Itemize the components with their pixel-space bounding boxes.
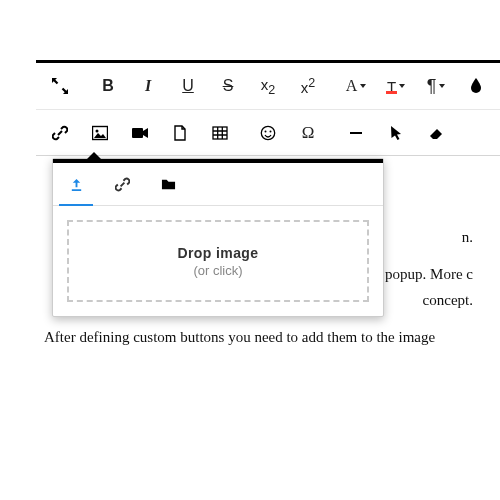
bold-icon: B (102, 77, 114, 95)
font-family-button[interactable]: A (336, 63, 376, 109)
subscript-button[interactable]: x2 (248, 63, 288, 109)
link-icon (115, 177, 130, 192)
font-size-button[interactable]: T (376, 63, 416, 109)
file-icon (172, 125, 188, 141)
svg-point-1 (96, 129, 99, 132)
cursor-icon (388, 125, 404, 141)
underline-button[interactable]: U (168, 63, 208, 109)
chevron-down-icon (360, 84, 366, 88)
strike-icon: S (223, 77, 234, 95)
subscript-icon: x2 (261, 76, 275, 97)
editor-toolbar: B I U S x2 x2 A T ¶ (36, 60, 500, 156)
strike-button[interactable]: S (208, 63, 248, 109)
popup-tabs (53, 163, 383, 206)
select-button[interactable] (376, 110, 416, 156)
color-button[interactable] (456, 63, 496, 109)
tab-upload[interactable] (53, 163, 99, 205)
dropzone-sublabel: (or click) (193, 263, 242, 278)
folder-icon (161, 177, 176, 192)
video-button[interactable] (120, 110, 160, 156)
tint-icon (468, 78, 484, 94)
tab-browse[interactable] (145, 163, 191, 205)
chevron-down-icon (439, 84, 445, 88)
image-dropzone[interactable]: Drop image (or click) (67, 220, 369, 302)
file-button[interactable] (160, 110, 200, 156)
upload-icon (69, 177, 84, 192)
minus-icon (348, 125, 364, 141)
tab-url[interactable] (99, 163, 145, 205)
svg-point-6 (270, 130, 272, 132)
emoji-button[interactable] (248, 110, 288, 156)
smile-icon (260, 125, 276, 141)
font-size-icon: T (387, 78, 396, 95)
svg-rect-7 (350, 132, 362, 134)
eraser-icon (428, 125, 444, 141)
bold-button[interactable]: B (88, 63, 128, 109)
svg-point-5 (265, 130, 267, 132)
link-icon (52, 125, 68, 141)
omega-icon: Ω (302, 123, 315, 143)
superscript-button[interactable]: x2 (288, 63, 328, 109)
underline-icon: U (182, 77, 194, 95)
image-icon (92, 125, 108, 141)
clear-format-button[interactable] (416, 110, 456, 156)
hr-button[interactable] (336, 110, 376, 156)
image-insert-popup: Drop image (or click) (52, 158, 384, 317)
paragraph-icon: ¶ (427, 76, 437, 97)
svg-rect-3 (213, 127, 227, 139)
special-char-button[interactable]: Ω (288, 110, 328, 156)
paragraph: After defining custom buttons you need t… (44, 326, 473, 349)
link-button[interactable] (40, 110, 80, 156)
svg-point-4 (261, 126, 274, 139)
paragraph-format-button[interactable]: ¶ (416, 63, 456, 109)
expand-icon (52, 78, 68, 94)
superscript-icon: x2 (301, 76, 315, 96)
image-button[interactable] (80, 110, 120, 156)
svg-rect-2 (132, 128, 143, 138)
video-icon (132, 125, 148, 141)
italic-button[interactable]: I (128, 63, 168, 109)
dropzone-label: Drop image (177, 245, 258, 261)
font-family-icon: A (346, 77, 358, 95)
italic-icon: I (145, 77, 151, 95)
chevron-down-icon (399, 84, 405, 88)
table-button[interactable] (200, 110, 240, 156)
fullscreen-button[interactable] (40, 63, 80, 109)
table-icon (212, 125, 228, 141)
